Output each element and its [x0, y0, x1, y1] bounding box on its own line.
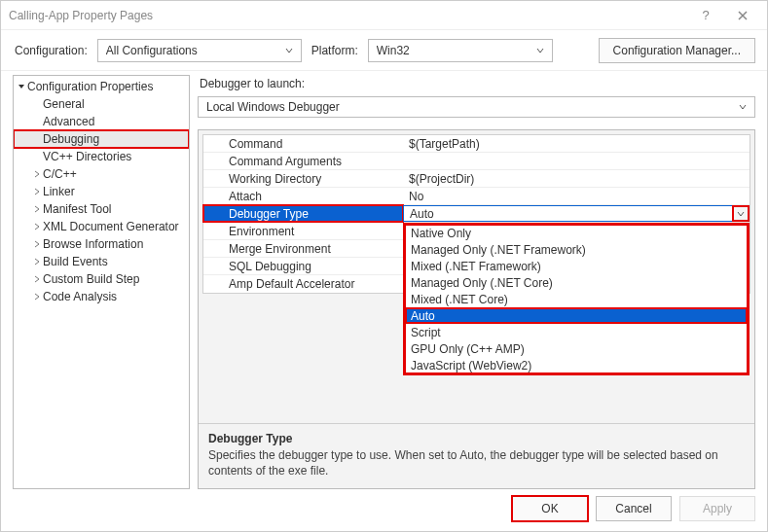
- debugger-type-dropdown[interactable]: Native Only Managed Only (.NET Framework…: [404, 224, 749, 374]
- platform-label: Platform:: [311, 44, 358, 57]
- prop-value-text: Auto: [410, 207, 434, 221]
- description-panel: Debugger Type Specifies the debugger typ…: [199, 423, 754, 488]
- ok-button[interactable]: OK: [512, 496, 588, 521]
- apply-label: Apply: [703, 502, 732, 515]
- property-grid: Command $(TargetPath) Command Arguments …: [199, 130, 754, 423]
- prop-name: Attach: [203, 188, 403, 204]
- description-title: Debugger Type: [208, 432, 745, 445]
- tree-label: Custom Build Step: [43, 272, 139, 286]
- tree-label: Browse Information: [43, 237, 143, 251]
- expand-icon: [31, 293, 43, 301]
- prop-name: Merge Environment: [203, 240, 403, 257]
- prop-row-command[interactable]: Command $(TargetPath): [203, 135, 750, 153]
- tree-item-advanced[interactable]: Advanced: [14, 113, 189, 130]
- toolbar: Configuration: All Configurations Platfo…: [1, 30, 767, 71]
- help-button[interactable]: ?: [689, 5, 722, 26]
- tree-item-general[interactable]: General: [14, 95, 189, 113]
- tree-item-custombuild[interactable]: Custom Build Step: [14, 270, 189, 288]
- tree-item-codeanalysis[interactable]: Code Analysis: [14, 288, 189, 305]
- configuration-value: All Configurations: [106, 44, 281, 57]
- prop-value[interactable]: $(ProjectDir): [403, 170, 750, 187]
- prop-name: Working Directory: [203, 170, 403, 187]
- expand-icon: [31, 205, 43, 213]
- property-grid-container: Command $(TargetPath) Command Arguments …: [198, 129, 755, 489]
- tree-label: XML Document Generator: [43, 220, 179, 233]
- prop-value[interactable]: Auto Native Only Managed Only (.NET Fram…: [403, 205, 750, 222]
- tree-root-label: Configuration Properties: [27, 80, 153, 93]
- tree-item-browseinfo[interactable]: Browse Information: [14, 235, 189, 253]
- chevron-down-icon: [281, 47, 297, 54]
- platform-combo[interactable]: Win32: [368, 39, 553, 62]
- prop-value[interactable]: No: [403, 188, 750, 204]
- prop-name: Command: [203, 135, 403, 152]
- prop-name: Amp Default Accelerator: [203, 275, 403, 293]
- dropdown-option[interactable]: GPU Only (C++ AMP): [405, 340, 748, 357]
- chevron-down-icon: [532, 47, 548, 54]
- tree-label: Linker: [43, 185, 75, 198]
- prop-row-workdir[interactable]: Working Directory $(ProjectDir): [203, 170, 750, 188]
- tree-label: Advanced: [43, 115, 94, 128]
- footer: OK Cancel Apply: [1, 489, 767, 528]
- close-button[interactable]: [726, 5, 759, 26]
- expand-icon: [31, 170, 43, 178]
- tree-item-debugging[interactable]: Debugging: [14, 130, 189, 148]
- dropdown-option[interactable]: Native Only: [405, 225, 748, 241]
- description-body: Specifies the debugger type to use. When…: [208, 447, 745, 479]
- tree-label: Code Analysis: [43, 290, 117, 303]
- dropdown-option[interactable]: Mixed (.NET Core): [405, 291, 748, 307]
- tree-label: General: [43, 97, 85, 111]
- prop-name: Debugger Type: [203, 205, 403, 222]
- apply-button: Apply: [679, 496, 755, 521]
- collapse-icon: [16, 83, 27, 90]
- tree-item-buildevents[interactable]: Build Events: [14, 253, 189, 270]
- tree-item-linker[interactable]: Linker: [14, 183, 189, 200]
- dropdown-option[interactable]: Managed Only (.NET Framework): [405, 241, 748, 258]
- cancel-label: Cancel: [615, 502, 651, 515]
- dropdown-option[interactable]: Managed Only (.NET Core): [405, 274, 748, 291]
- property-grid-inner: Command $(TargetPath) Command Arguments …: [202, 134, 750, 294]
- dropdown-option-selected[interactable]: Auto: [405, 307, 748, 324]
- tree-label: Build Events: [43, 255, 108, 268]
- configuration-combo[interactable]: All Configurations: [97, 39, 302, 62]
- configuration-label: Configuration:: [15, 44, 88, 57]
- tree-label: Debugging: [43, 132, 99, 146]
- expand-icon: [31, 275, 43, 283]
- close-icon: [738, 11, 748, 20]
- chevron-down-icon: [735, 103, 750, 111]
- prop-row-commandargs[interactable]: Command Arguments: [203, 153, 750, 170]
- tree-item-xmldoc[interactable]: XML Document Generator: [14, 218, 189, 235]
- dropdown-button[interactable]: [733, 206, 749, 221]
- prop-value[interactable]: $(TargetPath): [403, 135, 750, 152]
- dropdown-option[interactable]: JavaScript (WebView2): [405, 357, 748, 373]
- cancel-button[interactable]: Cancel: [596, 496, 672, 521]
- tree-root[interactable]: Configuration Properties: [14, 78, 189, 95]
- tree-label: C/C++: [43, 167, 77, 181]
- expand-icon: [31, 240, 43, 248]
- prop-name: Command Arguments: [203, 153, 403, 169]
- debugger-launch-combo[interactable]: Local Windows Debugger: [198, 96, 755, 118]
- config-tree[interactable]: Configuration Properties General Advance…: [13, 75, 190, 489]
- titlebar: Calling-App Property Pages ?: [1, 1, 767, 30]
- main-area: Configuration Properties General Advance…: [1, 71, 767, 489]
- configuration-manager-button[interactable]: Configuration Manager...: [599, 38, 755, 63]
- expand-icon: [31, 258, 43, 266]
- tree-label: Manifest Tool: [43, 202, 111, 216]
- prop-name: Environment: [203, 223, 403, 239]
- prop-value[interactable]: [403, 153, 750, 169]
- prop-row-attach[interactable]: Attach No: [203, 188, 750, 205]
- tree-item-ccpp[interactable]: C/C++: [14, 165, 189, 183]
- prop-name: SQL Debugging: [203, 258, 403, 274]
- dropdown-option[interactable]: Script: [405, 324, 748, 340]
- configuration-manager-label: Configuration Manager...: [613, 44, 741, 57]
- dropdown-option[interactable]: Mixed (.NET Framework): [405, 258, 748, 274]
- prop-row-debuggertype[interactable]: Debugger Type Auto Native Only Managed O…: [203, 205, 750, 223]
- ok-label: OK: [541, 502, 558, 515]
- platform-value: Win32: [377, 44, 532, 57]
- expand-icon: [31, 188, 43, 195]
- right-pane: Debugger to launch: Local Windows Debugg…: [198, 75, 755, 489]
- debugger-launch-value: Local Windows Debugger: [206, 100, 735, 114]
- window-title: Calling-App Property Pages: [9, 9, 685, 22]
- tree-item-manifest[interactable]: Manifest Tool: [14, 200, 189, 218]
- expand-icon: [31, 223, 43, 231]
- tree-item-vcdirs[interactable]: VC++ Directories: [14, 148, 189, 165]
